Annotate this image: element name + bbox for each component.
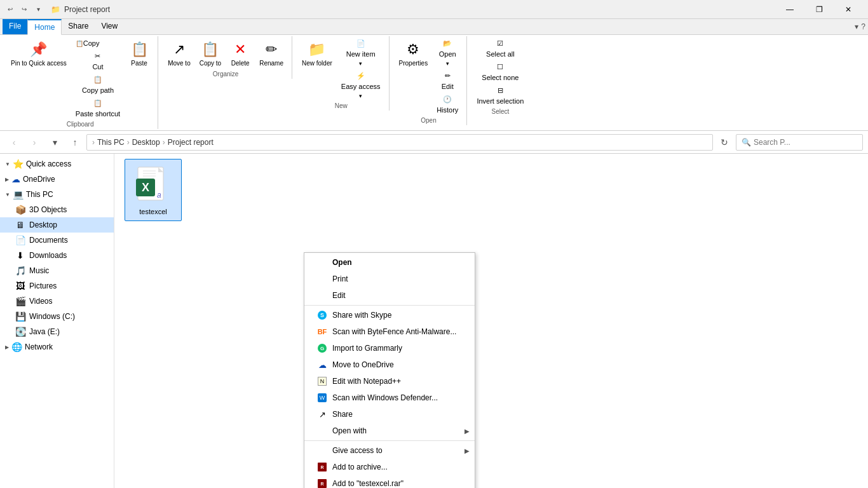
restore-button[interactable]: ❐ [804,0,834,19]
sidebar-item-this-pc[interactable]: ▼ 💻 This PC [0,187,114,202]
ctx-add-archive-label: Add to archive... [332,463,388,471]
sidebar-item-quick-access[interactable]: ▼ ⭐ Quick access [0,156,114,172]
ctx-add-archive[interactable]: R Add to archive... [304,459,475,475]
ctx-share[interactable]: ↗ Share [304,406,475,423]
quick-access-label: Quick access [26,159,71,168]
copy-path-button[interactable]: 📋 Copy path [72,74,123,96]
tab-home[interactable]: Home [27,19,62,35]
ctx-edit-label: Edit [332,291,346,300]
move-to-button[interactable]: ↗ Move to [165,37,194,69]
music-label: Music [29,266,49,275]
recent-locations-button[interactable]: ▾ [46,133,64,151]
sidebar-item-desktop[interactable]: 🖥 Desktop [0,217,114,233]
up-button[interactable]: ↑ [66,133,84,151]
new-item-button[interactable]: 📄 New item ▾ [338,37,384,69]
cut-button[interactable]: ✂ Cut [72,50,123,72]
ribbon-group-new: 📁 New folder 📄 New item ▾ ⚡ Easy access … [294,36,390,111]
ribbon-help-button[interactable]: ? [861,22,865,31]
open-ribbon-button[interactable]: 📂 Open ▾ [433,37,461,69]
invert-selection-button[interactable]: ⊟ Invert selection [473,85,527,107]
ctx-print[interactable]: Print [304,271,475,287]
sidebar-item-java-e[interactable]: 💽 Java (E:) [0,324,114,339]
pictures-icon: 🖼 [15,281,25,291]
ctx-give-access[interactable]: Give access to ▶ [304,442,475,459]
copy-paste-group: 📋 Copy ✂ Cut 📋 Copy path 📋 Paste shortcu… [72,37,123,119]
pin-to-quick-access-button[interactable]: 📌 Pin to Quick access [8,37,70,69]
back-button[interactable]: ‹ [5,133,23,151]
sidebar-item-pictures[interactable]: 🖼 Pictures [0,278,114,294]
sidebar-item-onedrive[interactable]: ▶ ☁ OneDrive [0,172,114,187]
network-icon: 🌐 [11,342,22,352]
properties-button[interactable]: ⚙ Properties [396,37,431,69]
ctx-add-testexcel-rar[interactable]: R Add to "testexcel.rar" [304,475,475,488]
ctx-open-with[interactable]: Open with ▶ [304,423,475,439]
move-to-icon: ↗ [169,39,189,60]
sidebar-item-network[interactable]: ▶ 🌐 Network [0,339,114,355]
ribbon-tabs: File Home Share View ▾ ? [0,19,868,35]
ctx-open[interactable]: Open [304,254,475,271]
ctx-import-grammarly[interactable]: G Import to Grammarly [304,340,475,356]
quick-access-icon: ⭐ [13,159,24,169]
rename-label: Rename [259,60,283,67]
move-to-label: Move to [168,60,191,67]
delete-button[interactable]: ✕ Delete [227,37,254,69]
minimize-button[interactable]: — [775,0,804,19]
easy-access-button[interactable]: ⚡ Easy access ▾ [338,70,384,101]
ctx-edit[interactable]: Edit [304,287,475,304]
copy-to-icon: 📋 [200,39,220,60]
forward-button[interactable]: › [25,133,43,151]
copy-button[interactable]: 📋 Copy [72,37,123,49]
ctx-scan-defender[interactable]: W Scan with Windows Defender... [304,390,475,406]
tab-file[interactable]: File [3,19,27,34]
sidebar: ▼ ⭐ Quick access ▶ ☁ OneDrive ▼ 💻 This P… [0,154,114,488]
sidebar-item-windows-c[interactable]: 💾 Windows (C:) [0,309,114,324]
paste-button[interactable]: 📋 Paste shortcut [72,97,123,119]
path-this-pc[interactable]: This PC [97,138,125,147]
file-item-testexcel[interactable]: X a testexcel [125,159,182,221]
address-path-bar[interactable]: › This PC › Desktop › Project report [86,134,713,151]
properties-btn-label: Properties [399,60,428,67]
search-box[interactable]: 🔍 [736,134,863,151]
quick-access-undo[interactable]: ↩ [5,4,15,15]
path-desktop[interactable]: Desktop [132,138,160,147]
ctx-open-with-label: Open with [332,426,367,435]
new-buttons: 📁 New folder 📄 New item ▾ ⚡ Easy access … [299,37,384,101]
rename-icon: ✏ [261,39,281,60]
refresh-button[interactable]: ↻ [715,133,733,151]
sidebar-item-videos[interactable]: 🎬 Videos [0,294,114,309]
search-icon: 🔍 [742,138,751,147]
open-sub-buttons: 📂 Open ▾ ✏ Edit 🕐 History [433,37,461,116]
big-paste-button[interactable]: 📋 Paste [126,37,153,69]
copy-to-button[interactable]: 📋 Copy to [196,37,224,69]
sidebar-item-music[interactable]: 🎵 Music [0,263,114,278]
ctx-skype-icon: S [317,310,327,320]
ribbon-collapse-button[interactable]: ▾ [855,22,858,31]
tab-view[interactable]: View [95,19,124,34]
ctx-scan-bytefence[interactable]: BF Scan with ByteFence Anti-Malware... [304,323,475,340]
ctx-share-skype-label: Share with Skype [332,311,391,320]
search-input[interactable] [754,138,857,147]
new-folder-button[interactable]: 📁 New folder [299,37,336,69]
ctx-import-grammarly-label: Import to Grammarly [332,344,402,353]
path-project-report[interactable]: Project report [168,138,214,147]
ctx-share-skype[interactable]: S Share with Skype [304,307,475,323]
sidebar-item-downloads[interactable]: ⬇ Downloads [0,248,114,263]
sidebar-item-3d-objects[interactable]: 📦 3D Objects [0,202,114,217]
select-none-button[interactable]: ☐ Select none [473,61,527,83]
sidebar-item-documents[interactable]: 📄 Documents [0,233,114,248]
ribbon-group-select: ☑ Select all ☐ Select none ⊟ Invert sele… [468,36,532,116]
quick-access-dropdown[interactable]: ▾ [33,4,43,15]
close-button[interactable]: ✕ [834,0,863,19]
tab-share[interactable]: Share [62,19,95,34]
ctx-move-onedrive[interactable]: ☁ Move to OneDrive [304,356,475,373]
quick-access-redo[interactable]: ↪ [19,4,29,15]
ctx-edit-notepad[interactable]: N Edit with Notepad++ [304,373,475,390]
rename-button[interactable]: ✏ Rename [256,37,287,69]
select-all-button[interactable]: ☑ Select all [473,37,527,60]
this-pc-label: This PC [26,190,53,199]
copy-icon: 📋 [76,40,83,47]
downloads-label: Downloads [29,251,67,260]
history-button[interactable]: 🕐 History [433,93,461,116]
copy-label: Copy [83,39,100,47]
edit-ribbon-button[interactable]: ✏ Edit [433,70,461,92]
